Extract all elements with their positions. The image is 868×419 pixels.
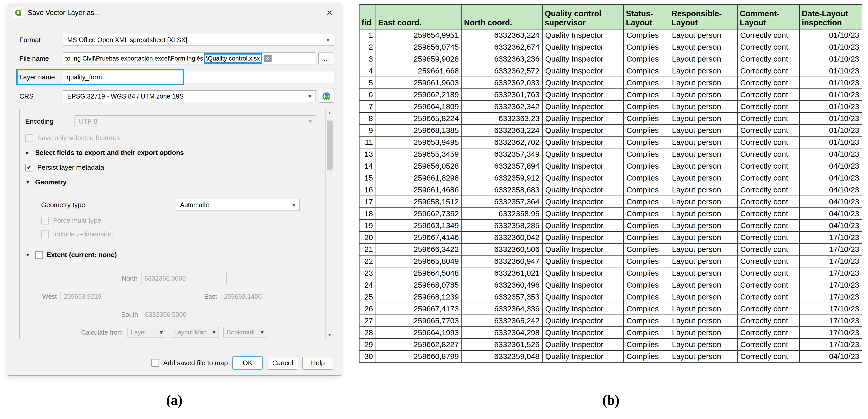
table-cell[interactable]: 6332362,572 <box>462 65 542 77</box>
table-cell[interactable]: 259661,4686 <box>376 184 462 196</box>
table-cell[interactable]: 01/10/23 <box>800 77 862 89</box>
table-cell[interactable]: Complies <box>624 41 669 53</box>
table-cell[interactable]: 259662,7352 <box>376 208 462 219</box>
table-cell[interactable]: Quality Inspector <box>542 184 624 196</box>
table-cell[interactable]: 14 <box>359 160 376 172</box>
table-cell[interactable]: Complies <box>624 184 669 196</box>
table-cell[interactable]: Layout person <box>669 113 737 124</box>
table-cell[interactable]: 17/10/23 <box>800 315 862 327</box>
table-cell[interactable]: 22 <box>359 255 376 267</box>
table-cell[interactable]: Layout person <box>669 315 737 327</box>
table-cell[interactable]: Quality Inspector <box>542 53 624 65</box>
table-cell[interactable]: 01/10/23 <box>800 124 862 136</box>
scroll-up-icon[interactable]: ▲ <box>328 111 332 115</box>
table-cell[interactable]: 6332360,947 <box>462 255 542 267</box>
table-cell[interactable]: 9 <box>359 124 376 136</box>
table-cell[interactable]: Layout person <box>669 255 737 267</box>
table-cell[interactable]: Complies <box>624 172 669 184</box>
table-cell[interactable]: Layout person <box>669 89 737 100</box>
table-cell[interactable]: Correctly cont <box>737 351 800 362</box>
table-cell[interactable]: Layout person <box>669 351 737 362</box>
table-cell[interactable]: 6332363,236 <box>462 53 542 65</box>
crs-selector-button[interactable] <box>319 90 334 103</box>
table-cell[interactable]: Correctly cont <box>737 255 800 267</box>
table-cell[interactable]: 29 <box>359 338 376 351</box>
table-cell[interactable]: 259667,4173 <box>376 303 462 315</box>
table-cell[interactable]: Complies <box>624 124 669 136</box>
table-cell[interactable]: 259665,7703 <box>376 315 462 327</box>
table-cell[interactable]: 01/10/23 <box>800 29 862 41</box>
table-cell[interactable]: 259662,2189 <box>376 89 462 100</box>
table-cell[interactable]: 24 <box>359 279 376 291</box>
table-cell[interactable]: 04/10/23 <box>800 196 862 208</box>
table-cell[interactable]: 21 <box>359 243 376 255</box>
table-cell[interactable]: 2 <box>359 41 376 53</box>
table-cell[interactable]: 01/10/23 <box>800 136 862 148</box>
table-cell[interactable]: Correctly cont <box>737 100 800 113</box>
table-cell[interactable]: Correctly cont <box>737 41 800 53</box>
table-cell[interactable]: 6332359,912 <box>462 172 542 184</box>
table-cell[interactable]: Layout person <box>669 148 737 160</box>
table-cell[interactable]: 6332363,23 <box>462 113 542 124</box>
table-cell[interactable]: 6332362,342 <box>462 100 542 113</box>
add-saved-checkbox[interactable] <box>151 359 159 367</box>
table-cell[interactable]: Layout person <box>669 279 737 291</box>
table-cell[interactable]: Quality Inspector <box>542 219 624 232</box>
table-cell[interactable]: Complies <box>624 65 669 77</box>
table-cell[interactable]: Correctly cont <box>737 219 800 232</box>
table-cell[interactable]: 17/10/23 <box>800 255 862 267</box>
table-cell[interactable]: Quality Inspector <box>542 351 624 362</box>
table-cell[interactable]: 259665,8049 <box>376 255 462 267</box>
table-cell[interactable]: 6332358,285 <box>462 219 542 232</box>
table-cell[interactable]: Quality Inspector <box>542 65 624 77</box>
table-cell[interactable]: 259663,1349 <box>376 219 462 232</box>
table-cell[interactable]: 04/10/23 <box>800 219 862 232</box>
table-cell[interactable]: Quality Inspector <box>542 89 624 100</box>
table-cell[interactable]: 8 <box>359 113 376 124</box>
table-cell[interactable]: Correctly cont <box>737 327 800 338</box>
table-cell[interactable]: Correctly cont <box>737 303 800 315</box>
table-cell[interactable]: 01/10/23 <box>800 65 862 77</box>
table-cell[interactable]: 6332360,506 <box>462 243 542 255</box>
file-name-input[interactable]: to Ing Civil\Pruebas exportación excel\F… <box>63 53 315 64</box>
table-cell[interactable]: 16 <box>359 184 376 196</box>
table-cell[interactable]: Correctly cont <box>737 124 800 136</box>
calc-bookmark-dropdown[interactable]: Bookmark ▾ <box>223 327 267 338</box>
table-cell[interactable]: Quality Inspector <box>542 113 624 124</box>
table-cell[interactable]: 259659,9028 <box>376 53 462 65</box>
column-header-5[interactable]: Responsible-Layout <box>669 4 737 29</box>
table-cell[interactable]: Complies <box>624 232 669 243</box>
table-cell[interactable]: Correctly cont <box>737 77 800 89</box>
table-cell[interactable]: 6332364,298 <box>462 327 542 338</box>
table-cell[interactable]: Quality Inspector <box>542 279 624 291</box>
table-cell[interactable]: 6332359,048 <box>462 351 542 362</box>
table-cell[interactable]: Layout person <box>669 219 737 232</box>
table-cell[interactable]: Complies <box>624 351 669 362</box>
table-cell[interactable]: Quality Inspector <box>542 315 624 327</box>
extent-checkbox[interactable] <box>35 251 43 259</box>
table-cell[interactable]: Correctly cont <box>737 232 800 243</box>
table-cell[interactable]: Complies <box>624 136 669 148</box>
table-cell[interactable]: 01/10/23 <box>800 100 862 113</box>
table-cell[interactable]: Complies <box>624 327 669 338</box>
calc-layout-map-dropdown[interactable]: Layout Map ▾ <box>171 327 219 338</box>
table-cell[interactable]: Layout person <box>669 243 737 255</box>
table-cell[interactable]: 259668,0785 <box>376 279 462 291</box>
table-cell[interactable]: 259656,0528 <box>376 160 462 172</box>
table-cell[interactable]: Layout person <box>669 208 737 219</box>
table-cell[interactable]: 04/10/23 <box>800 160 862 172</box>
browse-button[interactable]: ... <box>318 53 334 64</box>
table-cell[interactable]: Complies <box>624 148 669 160</box>
table-cell[interactable]: Quality Inspector <box>542 303 624 315</box>
clear-filename-icon[interactable]: ✕ <box>264 55 272 62</box>
table-cell[interactable]: 17/10/23 <box>800 327 862 338</box>
help-button[interactable]: Help <box>302 356 333 369</box>
table-cell[interactable]: 259655,3459 <box>376 148 462 160</box>
table-cell[interactable]: Layout person <box>669 338 737 351</box>
table-cell[interactable]: 17/10/23 <box>800 338 862 351</box>
table-cell[interactable]: 17/10/23 <box>800 232 862 243</box>
table-cell[interactable]: 6332362,674 <box>462 41 542 53</box>
table-cell[interactable]: 04/10/23 <box>800 172 862 184</box>
table-cell[interactable]: 28 <box>359 327 376 338</box>
table-cell[interactable]: 6332357,364 <box>462 196 542 208</box>
